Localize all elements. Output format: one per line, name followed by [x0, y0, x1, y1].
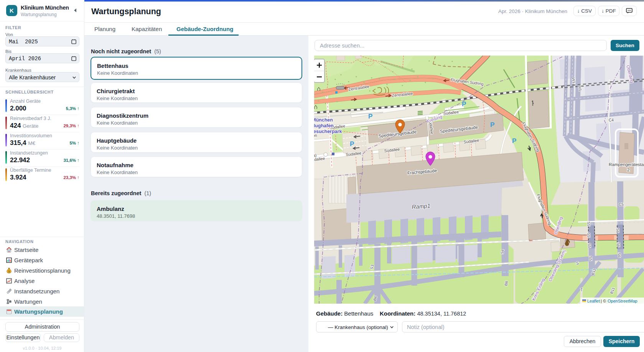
svg-text:S: S: [576, 261, 579, 265]
svg-text:S5: S5: [588, 256, 593, 261]
svg-text:S6: S6: [616, 242, 621, 247]
svg-text:Rampengerätestat: Rampengerätestat: [609, 162, 644, 167]
svg-text:S5: S5: [587, 243, 591, 248]
svg-text:T: T: [580, 288, 583, 292]
svg-text:S4: S4: [500, 249, 505, 254]
svg-text:P: P: [350, 140, 354, 148]
svg-text:Besucherpark: Besucherpark: [314, 129, 342, 134]
svg-text:Sws: Sws: [529, 239, 533, 242]
svg-text:P: P: [512, 137, 516, 145]
svg-text:C4: C4: [609, 118, 614, 122]
svg-text:P: P: [490, 121, 494, 128]
svg-text:Flughafen: Flughafen: [314, 123, 334, 128]
svg-text:Leaflet: Leaflet: [587, 299, 600, 303]
svg-text:München: München: [314, 117, 333, 123]
svg-text:Ramp1: Ramp1: [412, 202, 430, 210]
svg-text:S5: S5: [586, 222, 591, 227]
svg-text:S6: S6: [616, 228, 620, 233]
svg-text:S6: S6: [617, 253, 621, 258]
svg-text:P: P: [368, 113, 372, 120]
svg-text:P: P: [462, 100, 466, 108]
svg-text:OpenStreetMap: OpenStreetMap: [608, 299, 637, 303]
svg-text:a): a): [314, 153, 316, 158]
svg-text:S5: S5: [586, 233, 591, 238]
svg-text:C5: C5: [619, 202, 624, 207]
svg-text:2: 2: [627, 168, 629, 172]
svg-text:| ©: | ©: [601, 299, 606, 303]
